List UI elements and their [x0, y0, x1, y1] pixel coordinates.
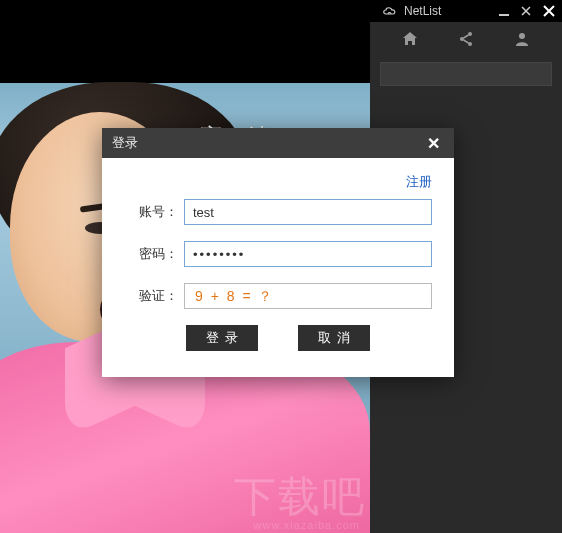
- titlebar: NetList: [0, 0, 562, 22]
- account-label: 账号：: [124, 203, 184, 221]
- app-title: NetList: [382, 4, 441, 18]
- cloud-icon: [382, 5, 398, 17]
- dialog-close-button[interactable]: ✕: [423, 134, 444, 153]
- sidebar-search-input[interactable]: [380, 62, 552, 86]
- app-name-text: NetList: [404, 4, 441, 18]
- user-icon[interactable]: [508, 25, 536, 53]
- cancel-button[interactable]: 取消: [298, 325, 370, 351]
- home-icon[interactable]: [396, 25, 424, 53]
- dialog-title-text: 登录: [112, 134, 138, 152]
- close-button[interactable]: [542, 4, 556, 18]
- share-icon[interactable]: [452, 25, 480, 53]
- watermark-url: www.xiazaiba.com: [254, 519, 360, 531]
- minimize-button[interactable]: [498, 5, 510, 17]
- dialog-titlebar: 登录 ✕: [102, 128, 454, 158]
- captcha-label: 验证：: [124, 287, 184, 305]
- svg-point-4: [519, 33, 525, 39]
- login-button[interactable]: 登录: [186, 325, 258, 351]
- captcha-display[interactable]: 9 + 8 = ？: [184, 283, 432, 309]
- password-label: 密码：: [124, 245, 184, 263]
- svg-rect-0: [499, 14, 509, 16]
- register-link[interactable]: 注册: [406, 174, 432, 189]
- login-dialog: 登录 ✕ 注册 账号： 密码： 验证： 9 + 8 = ？ 登录 取消: [102, 128, 454, 377]
- app-window: NetList 高 清 下载吧 www.xiazaiba.com: [0, 0, 562, 533]
- maximize-button[interactable]: [520, 5, 532, 17]
- account-input[interactable]: [184, 199, 432, 225]
- password-input[interactable]: [184, 241, 432, 267]
